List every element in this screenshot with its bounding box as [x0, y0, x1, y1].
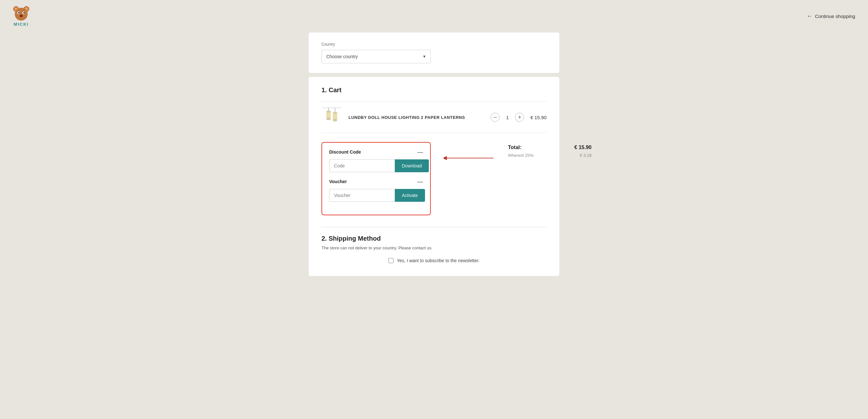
country-select[interactable]: Choose country Sweden Germany France Uni… [321, 50, 431, 63]
svg-point-13 [326, 118, 331, 120]
discount-input-row: Download [329, 159, 423, 172]
whereof-value: € 3.18 [580, 153, 591, 158]
qty-value: 1 [504, 115, 510, 120]
svg-point-8 [24, 12, 25, 14]
shipping-note: The store can not deliver to your countr… [321, 246, 547, 250]
lantern-icon [322, 108, 341, 127]
activate-button[interactable]: Activate [395, 189, 425, 202]
bear-logo-icon [13, 6, 30, 21]
svg-point-7 [18, 12, 20, 14]
discount-title: Discount Code [329, 150, 361, 155]
product-price: € 15.90 [530, 115, 547, 120]
country-select-wrapper: Choose country Sweden Germany France Uni… [321, 50, 431, 63]
download-button[interactable]: Download [395, 159, 429, 172]
arrow-annotation [444, 149, 495, 168]
svg-point-17 [333, 119, 337, 122]
discount-collapse-icon[interactable]: — [417, 149, 423, 155]
cart-title: 1. Cart [321, 87, 547, 94]
whereof-label: Whereof 25%: [508, 153, 534, 158]
voucher-header: Voucher — [329, 179, 423, 185]
product-row: LUNDBY DOLL HOUSE LIGHTING 2 PAPER LANTE… [321, 101, 547, 133]
continue-shopping-link[interactable]: ← Continue shopping [807, 13, 855, 20]
voucher-input[interactable] [329, 189, 395, 202]
country-label: Country [321, 42, 547, 46]
shipping-section: 2. Shipping Method The store can not del… [321, 235, 547, 250]
totals-area: Total: € 15.90 Whereof 25%: € 3.18 [508, 142, 598, 158]
qty-increase-button[interactable]: + [515, 113, 524, 122]
product-left: LUNDBY DOLL HOUSE LIGHTING 2 PAPER LANTE… [321, 107, 524, 128]
newsletter-checkbox[interactable] [389, 258, 394, 263]
continue-shopping-label: Continue shopping [815, 13, 855, 19]
arrow-left-icon: ← [807, 13, 812, 20]
discount-code-input[interactable] [329, 159, 395, 172]
newsletter-row: Yes, I want to subscribe to the newslett… [321, 250, 547, 266]
voucher-title: Voucher [329, 179, 347, 184]
main-content: Country Choose country Sweden Germany Fr… [302, 32, 566, 299]
whereof-row: Whereof 25%: € 3.18 [508, 153, 591, 158]
cart-card: 1. Cart [309, 77, 559, 276]
logo-text: MICKI [14, 22, 29, 27]
svg-point-4 [15, 8, 28, 21]
discount-voucher-box: Discount Code — Download Voucher — Activ… [321, 142, 431, 215]
product-name: LUNDBY DOLL HOUSE LIGHTING 2 PAPER LANTE… [348, 115, 465, 120]
total-label: Total: [508, 144, 522, 150]
product-image [321, 107, 342, 128]
newsletter-label: Yes, I want to subscribe to the newslett… [397, 258, 479, 263]
voucher-input-row: Activate [329, 189, 423, 202]
country-card: Country Choose country Sweden Germany Fr… [309, 32, 559, 73]
bottom-area: Discount Code — Download Voucher — Activ… [321, 142, 547, 215]
shipping-title: 2. Shipping Method [321, 235, 547, 242]
header: MICKI ← Continue shopping [0, 0, 868, 32]
qty-controls: − 1 + [491, 113, 524, 122]
qty-decrease-button[interactable]: − [491, 113, 500, 122]
arrow-annotation-svg [444, 153, 495, 163]
total-row: Total: € 15.90 [508, 144, 591, 150]
voucher-collapse-icon[interactable]: — [417, 179, 423, 185]
total-value: € 15.90 [575, 144, 591, 150]
discount-header: Discount Code — [329, 149, 423, 155]
logo: MICKI [13, 6, 30, 27]
